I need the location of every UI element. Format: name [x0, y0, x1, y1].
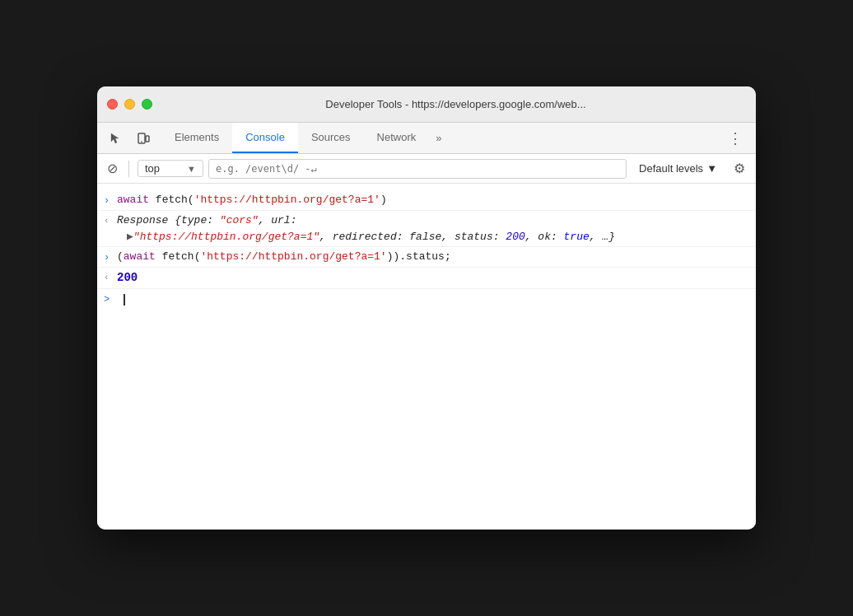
- traffic-lights: [107, 99, 152, 110]
- response-redirected-val: false: [409, 231, 441, 243]
- console-toolbar: ⊘ top ▼ Default levels ▼ ⚙: [97, 154, 756, 184]
- window-title: Developer Tools - https://developers.goo…: [165, 98, 746, 110]
- tab-console[interactable]: Console: [232, 123, 298, 153]
- tab-sources[interactable]: Sources: [298, 123, 364, 153]
- output-status-code: 200: [117, 271, 138, 284]
- console-row-output-1: ‹ Response {type: "cors", url: ▶"https:/…: [97, 211, 756, 247]
- str-url-1: 'https://httpbin.org/get?a=1': [194, 194, 380, 206]
- cursor-caret: [124, 294, 125, 306]
- levels-arrow-icon: ▼: [706, 162, 717, 175]
- console-settings-button[interactable]: ⚙: [729, 159, 749, 179]
- console-output: › await fetch('https://httpbin.org/get?a…: [97, 184, 756, 530]
- cursor-icon: [109, 132, 122, 145]
- fn-close-fetch: )): [387, 250, 400, 263]
- fn-fetch: fetch(: [156, 194, 194, 206]
- device-icon: [137, 132, 150, 145]
- console-output-response: Response {type: "cors", url: ▶"https://h…: [117, 212, 756, 245]
- tabs-list: Elements Console Sources Network »: [161, 123, 721, 153]
- fn-open-paren: (: [117, 250, 124, 263]
- log-levels-button[interactable]: Default levels ▼: [632, 160, 725, 177]
- kw-await: await: [117, 194, 149, 206]
- response-type-val: "cors": [220, 214, 259, 226]
- minimize-button[interactable]: [124, 99, 135, 110]
- tabs-bar: Elements Console Sources Network » ⋮: [97, 123, 756, 154]
- output-arrow-2: ‹: [97, 269, 117, 285]
- tab-network[interactable]: Network: [364, 123, 430, 153]
- context-selector[interactable]: top ▼: [138, 160, 203, 177]
- kw-await-2: await: [124, 250, 156, 263]
- cursor-arrow-icon: >: [104, 292, 124, 307]
- response-obj-label: Response {type:: [117, 214, 220, 226]
- console-row-output-2: ‹ 200: [97, 268, 756, 289]
- inspect-element-button[interactable]: [104, 127, 127, 150]
- fn-fetch-2: fetch(: [156, 250, 201, 263]
- clear-console-button[interactable]: ⊘: [104, 161, 120, 177]
- maximize-button[interactable]: [142, 99, 152, 110]
- console-filter-input[interactable]: [208, 159, 627, 179]
- tab-icon-group: [104, 123, 155, 153]
- toolbar-divider: [128, 161, 129, 177]
- console-input-1: await fetch('https://httpbin.org/get?a=1…: [117, 192, 756, 208]
- response-status-val: 200: [506, 231, 524, 243]
- console-row-input-1: › await fetch('https://httpbin.org/get?a…: [97, 190, 756, 211]
- expand-triangle[interactable]: ▶: [127, 231, 133, 243]
- device-toolbar-button[interactable]: [132, 127, 155, 150]
- response-redirected-label: , redirected:: [319, 231, 409, 243]
- console-row-input-2: › (await fetch('https://httpbin.org/get?…: [97, 247, 756, 268]
- devtools-window: Developer Tools - https://developers.goo…: [97, 86, 756, 530]
- response-rest: , …}: [590, 231, 615, 243]
- output-arrow-1: ‹: [97, 212, 117, 228]
- close-button[interactable]: [107, 99, 118, 110]
- input-arrow-1[interactable]: ›: [97, 192, 117, 208]
- title-bar: Developer Tools - https://developers.goo…: [97, 86, 756, 123]
- console-output-200: 200: [117, 269, 756, 287]
- str-url-2: 'https://httpbin.org/get?a=1': [200, 250, 386, 263]
- context-arrow-icon: ▼: [187, 164, 196, 174]
- response-ok-label: , ok:: [525, 231, 564, 243]
- console-input-2: (await fetch('https://httpbin.org/get?a=…: [117, 249, 756, 265]
- response-url-val: "https://httpbin.org/get?a=1": [133, 231, 319, 243]
- response-ok-val: true: [564, 231, 590, 243]
- fn-status: .status;: [399, 250, 450, 263]
- more-tabs-button[interactable]: »: [429, 123, 448, 153]
- devtools-menu-button[interactable]: ⋮: [721, 123, 749, 153]
- fn-paren: ): [380, 194, 387, 206]
- tab-elements[interactable]: Elements: [161, 123, 232, 153]
- response-url-label: , url:: [259, 214, 297, 226]
- svg-rect-1: [146, 136, 149, 142]
- console-cursor-row[interactable]: >: [97, 289, 756, 310]
- input-arrow-2[interactable]: ›: [97, 249, 117, 265]
- response-status-label: , status:: [441, 231, 506, 243]
